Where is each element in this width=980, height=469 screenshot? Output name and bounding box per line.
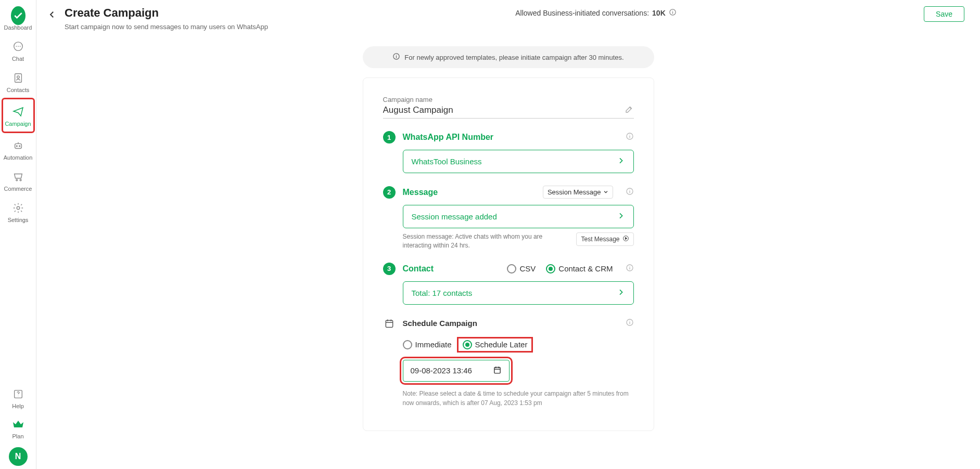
svg-point-7 [20,179,21,181]
radio-label: CSV [519,264,536,273]
sidebar-item-help[interactable]: Help [2,383,35,413]
crown-icon [11,417,26,432]
sidebar: Dashboard Chat Contacts Campaign [0,0,36,469]
radio-icon [507,264,516,273]
edit-icon[interactable] [625,105,634,116]
svg-rect-16 [386,320,392,327]
contacts-icon [11,71,26,85]
step-title: Contact [403,264,500,273]
radio-icon [463,340,472,349]
whatsapp-number-select[interactable]: WhatsTool Business [403,150,634,173]
sidebar-label: Automation [4,154,33,161]
play-icon [622,235,629,243]
highlight-schedule-later: Schedule Later [457,337,533,353]
sidebar-item-plan[interactable]: Plan [2,413,35,443]
radio-csv[interactable]: CSV [507,264,536,273]
svg-point-8 [17,206,20,210]
sidebar-label: Plan [12,433,23,439]
main: Create Campaign Start campaign now to se… [36,0,980,469]
step-contact: 3 Contact CSV Contact & CRM [383,263,634,305]
info-icon[interactable] [626,187,634,198]
chat-icon [11,40,26,54]
schedule-datetime-input[interactable]: 09-08-2023 13:46 [403,360,510,382]
svg-point-5 [19,146,20,147]
notice-text: For newly approved templates, please ini… [404,54,623,61]
message-type-select[interactable]: Session Message [543,186,613,199]
sidebar-label: Settings [8,217,29,223]
session-message-hint: Session message: Active chats with whom … [403,232,571,250]
calendar-icon [383,317,396,330]
sidebar-item-settings[interactable]: Settings [2,197,35,227]
info-icon[interactable] [626,318,634,329]
svg-point-6 [16,179,17,181]
avatar[interactable]: N [9,447,28,466]
sidebar-label: Commerce [4,186,32,192]
sidebar-label: Help [12,403,24,409]
step-number: 1 [383,131,396,144]
campaign-name-input[interactable] [383,105,625,115]
contacts-select[interactable]: Total: 17 contacts [403,281,634,305]
step-message: 2 Message Session Message [383,186,634,250]
info-icon [392,53,400,62]
allowed-value: 10K [652,9,666,17]
step-number: 2 [383,186,396,199]
step-whatsapp-number: 1 WhatsApp API Number WhatsTool Business [383,131,634,173]
radio-contact-crm[interactable]: Contact & CRM [546,264,613,273]
svg-point-2 [17,75,19,78]
page-title: Create Campaign [65,6,268,20]
avatar-initial: N [15,452,21,461]
sidebar-item-commerce[interactable]: Commerce [2,165,35,196]
test-message-button[interactable]: Test Message [576,232,633,246]
chevron-right-icon [617,212,625,222]
allowed-prefix: Allowed Business-initiated conversations… [515,9,649,17]
step-title: WhatsApp API Number [403,133,618,142]
step-number: 3 [383,263,396,275]
svg-rect-18 [494,367,500,373]
sidebar-item-automation[interactable]: Automation [2,134,35,164]
back-button[interactable] [46,8,58,21]
schedule-title: Schedule Campaign [403,319,618,328]
schedule-note: Note: Please select a date & time to sch… [403,389,634,408]
sidebar-label: Contacts [7,87,29,93]
sidebar-item-campaign[interactable]: Campaign [2,98,35,133]
automation-icon [11,138,26,153]
radio-immediate[interactable]: Immediate [403,340,452,349]
sidebar-item-chat[interactable]: Chat [2,35,35,66]
save-button[interactable]: Save [924,6,964,22]
chevron-right-icon [617,288,625,298]
radio-label: Contact & CRM [558,264,613,273]
step-schedule: Schedule Campaign Immediate [383,317,634,408]
calendar-icon [493,366,502,376]
datetime-value: 09-08-2023 13:46 [411,366,472,375]
sidebar-item-dashboard[interactable]: Dashboard [2,4,35,34]
select-value: Total: 17 contacts [412,289,473,297]
info-icon[interactable] [626,264,634,274]
sidebar-item-contacts[interactable]: Contacts [2,67,35,97]
svg-rect-3 [15,144,21,148]
radio-schedule-later[interactable]: Schedule Later [463,340,528,349]
header: Create Campaign Start campaign now to se… [36,0,980,36]
select-value: WhatsTool Business [412,157,482,166]
settings-icon [11,201,26,215]
notice-banner: For newly approved templates, please ini… [363,46,654,68]
radio-icon [403,340,412,349]
sidebar-label: Dashboard [4,24,32,31]
logo-icon [11,8,26,23]
svg-point-4 [16,146,17,147]
chevron-down-icon [603,188,608,196]
radio-icon [546,264,555,273]
allowed-conversations: Allowed Business-initiated conversations… [268,6,924,18]
test-message-label: Test Message [581,236,619,243]
sidebar-label: Campaign [5,121,31,127]
info-icon[interactable] [669,8,677,18]
campaign-card: Campaign name 1 WhatsApp API Number [363,77,654,431]
campaign-name-label: Campaign name [383,96,634,103]
help-icon [11,387,26,401]
commerce-icon [11,170,26,184]
chevron-right-icon [617,157,625,166]
sidebar-label: Chat [12,56,24,62]
radio-label: Immediate [415,340,452,349]
message-select[interactable]: Session message added [403,205,634,228]
step-title: Message [403,188,536,197]
info-icon[interactable] [626,132,634,142]
